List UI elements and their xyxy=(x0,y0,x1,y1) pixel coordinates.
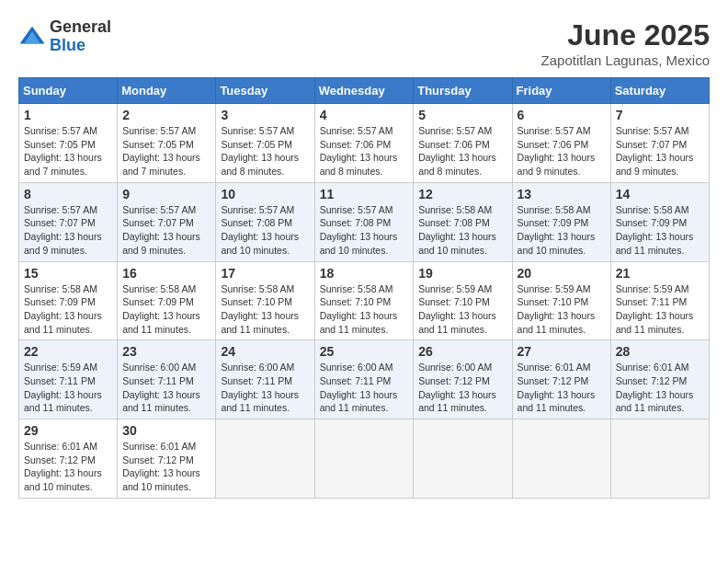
day-number: 3 xyxy=(221,108,309,122)
location: Zapotitlan Lagunas, Mexico xyxy=(541,52,710,68)
logo-general: General xyxy=(50,18,111,37)
calendar-cell: 30Sunrise: 6:01 AMSunset: 7:12 PMDayligh… xyxy=(118,419,216,499)
day-info: Sunrise: 5:58 AMSunset: 7:09 PMDaylight:… xyxy=(518,203,606,258)
day-number: 25 xyxy=(320,344,409,359)
calendar-week-2: 8Sunrise: 5:57 AMSunset: 7:07 PMDaylight… xyxy=(19,182,710,261)
day-info: Sunrise: 6:01 AMSunset: 7:12 PMDaylight:… xyxy=(24,440,112,494)
calendar-header-row: SundayMondayTuesdayWednesdayThursdayFrid… xyxy=(19,78,710,104)
logo-icon xyxy=(18,23,46,51)
calendar-cell: 25Sunrise: 6:00 AMSunset: 7:11 PMDayligh… xyxy=(314,340,414,419)
day-number: 10 xyxy=(221,187,309,201)
calendar-cell: 20Sunrise: 5:59 AMSunset: 7:10 PMDayligh… xyxy=(512,261,610,340)
day-info: Sunrise: 5:57 AMSunset: 7:07 PMDaylight:… xyxy=(24,203,112,258)
day-info: Sunrise: 5:58 AMSunset: 7:10 PMDaylight:… xyxy=(221,282,309,337)
day-info: Sunrise: 5:57 AMSunset: 7:06 PMDaylight:… xyxy=(518,124,606,178)
calendar-cell: 21Sunrise: 5:59 AMSunset: 7:11 PMDayligh… xyxy=(610,261,709,340)
day-info: Sunrise: 5:57 AMSunset: 7:05 PMDaylight:… xyxy=(24,124,112,178)
header-wednesday: Wednesday xyxy=(314,78,414,104)
calendar-cell: 13Sunrise: 5:58 AMSunset: 7:09 PMDayligh… xyxy=(512,182,610,261)
day-number: 23 xyxy=(122,344,210,359)
day-info: Sunrise: 5:57 AMSunset: 7:08 PMDaylight:… xyxy=(221,203,309,258)
day-info: Sunrise: 5:57 AMSunset: 7:05 PMDaylight:… xyxy=(221,124,309,178)
day-number: 27 xyxy=(518,344,606,359)
day-info: Sunrise: 5:58 AMSunset: 7:09 PMDaylight:… xyxy=(24,282,112,337)
day-number: 15 xyxy=(24,266,112,281)
day-number: 9 xyxy=(122,187,210,201)
header-tuesday: Tuesday xyxy=(216,78,314,104)
day-number: 19 xyxy=(418,266,506,281)
day-number: 13 xyxy=(518,187,606,201)
calendar-cell: 15Sunrise: 5:58 AMSunset: 7:09 PMDayligh… xyxy=(19,261,118,340)
day-number: 2 xyxy=(122,108,210,122)
month-title: June 2025 xyxy=(541,18,710,52)
calendar-cell: 12Sunrise: 5:58 AMSunset: 7:08 PMDayligh… xyxy=(414,182,512,261)
day-number: 14 xyxy=(616,187,704,201)
day-number: 24 xyxy=(221,344,309,359)
day-info: Sunrise: 5:57 AMSunset: 7:07 PMDaylight:… xyxy=(122,203,210,258)
day-info: Sunrise: 6:00 AMSunset: 7:12 PMDaylight:… xyxy=(418,361,506,415)
calendar-cell: 3Sunrise: 5:57 AMSunset: 7:05 PMDaylight… xyxy=(216,104,314,183)
day-info: Sunrise: 5:57 AMSunset: 7:08 PMDaylight:… xyxy=(320,203,409,258)
day-info: Sunrise: 6:01 AMSunset: 7:12 PMDaylight:… xyxy=(518,361,606,415)
day-number: 6 xyxy=(518,108,606,122)
day-info: Sunrise: 5:59 AMSunset: 7:11 PMDaylight:… xyxy=(24,361,112,415)
day-info: Sunrise: 6:00 AMSunset: 7:11 PMDaylight:… xyxy=(221,361,309,415)
calendar-cell: 5Sunrise: 5:57 AMSunset: 7:06 PMDaylight… xyxy=(414,104,512,183)
logo: General Blue xyxy=(18,18,111,55)
day-info: Sunrise: 6:00 AMSunset: 7:11 PMDaylight:… xyxy=(122,361,210,415)
calendar-cell: 11Sunrise: 5:57 AMSunset: 7:08 PMDayligh… xyxy=(314,182,414,261)
calendar-cell: 16Sunrise: 5:58 AMSunset: 7:09 PMDayligh… xyxy=(118,261,216,340)
day-number: 26 xyxy=(418,344,506,359)
day-info: Sunrise: 5:57 AMSunset: 7:05 PMDaylight:… xyxy=(122,124,210,178)
calendar-cell: 18Sunrise: 5:58 AMSunset: 7:10 PMDayligh… xyxy=(314,261,414,340)
day-info: Sunrise: 6:01 AMSunset: 7:12 PMDaylight:… xyxy=(122,440,210,494)
day-info: Sunrise: 5:58 AMSunset: 7:10 PMDaylight:… xyxy=(320,282,409,337)
day-number: 20 xyxy=(518,266,606,281)
day-info: Sunrise: 5:57 AMSunset: 7:06 PMDaylight:… xyxy=(320,124,409,178)
calendar-cell: 2Sunrise: 5:57 AMSunset: 7:05 PMDaylight… xyxy=(118,104,216,183)
calendar-week-5: 29Sunrise: 6:01 AMSunset: 7:12 PMDayligh… xyxy=(19,419,710,499)
header-monday: Monday xyxy=(118,78,216,104)
calendar-cell: 28Sunrise: 6:01 AMSunset: 7:12 PMDayligh… xyxy=(610,340,709,419)
day-number: 12 xyxy=(418,187,506,201)
day-info: Sunrise: 5:59 AMSunset: 7:11 PMDaylight:… xyxy=(616,282,704,337)
day-number: 1 xyxy=(24,108,112,122)
calendar-table: SundayMondayTuesdayWednesdayThursdayFrid… xyxy=(18,77,710,499)
day-number: 8 xyxy=(24,187,112,201)
day-info: Sunrise: 5:58 AMSunset: 7:08 PMDaylight:… xyxy=(418,203,506,258)
day-number: 16 xyxy=(122,266,210,281)
calendar-week-1: 1Sunrise: 5:57 AMSunset: 7:05 PMDaylight… xyxy=(19,104,710,183)
calendar-cell: 7Sunrise: 5:57 AMSunset: 7:07 PMDaylight… xyxy=(610,104,709,183)
day-info: Sunrise: 6:01 AMSunset: 7:12 PMDaylight:… xyxy=(616,361,704,415)
calendar-cell: 24Sunrise: 6:00 AMSunset: 7:11 PMDayligh… xyxy=(216,340,314,419)
calendar-cell: 19Sunrise: 5:59 AMSunset: 7:10 PMDayligh… xyxy=(414,261,512,340)
calendar-cell: 23Sunrise: 6:00 AMSunset: 7:11 PMDayligh… xyxy=(118,340,216,419)
day-info: Sunrise: 6:00 AMSunset: 7:11 PMDaylight:… xyxy=(320,361,409,415)
day-info: Sunrise: 5:57 AMSunset: 7:07 PMDaylight:… xyxy=(616,124,704,178)
calendar-cell xyxy=(512,419,610,499)
day-number: 22 xyxy=(24,344,112,359)
calendar-cell: 27Sunrise: 6:01 AMSunset: 7:12 PMDayligh… xyxy=(512,340,610,419)
day-info: Sunrise: 5:57 AMSunset: 7:06 PMDaylight:… xyxy=(418,124,506,178)
page-header: General Blue June 2025 Zapotitlan Laguna… xyxy=(18,18,710,68)
calendar-cell: 10Sunrise: 5:57 AMSunset: 7:08 PMDayligh… xyxy=(216,182,314,261)
calendar-cell: 6Sunrise: 5:57 AMSunset: 7:06 PMDaylight… xyxy=(512,104,610,183)
calendar-cell xyxy=(314,419,414,499)
header-sunday: Sunday xyxy=(19,78,118,104)
day-info: Sunrise: 5:58 AMSunset: 7:09 PMDaylight:… xyxy=(122,282,210,337)
calendar-cell: 22Sunrise: 5:59 AMSunset: 7:11 PMDayligh… xyxy=(19,340,118,419)
calendar-cell: 17Sunrise: 5:58 AMSunset: 7:10 PMDayligh… xyxy=(216,261,314,340)
day-number: 5 xyxy=(418,108,506,122)
day-number: 7 xyxy=(616,108,704,122)
header-saturday: Saturday xyxy=(610,78,709,104)
day-number: 28 xyxy=(616,344,704,359)
logo-blue: Blue xyxy=(50,37,111,55)
day-number: 4 xyxy=(320,108,409,122)
day-number: 17 xyxy=(221,266,309,281)
header-thursday: Thursday xyxy=(414,78,512,104)
day-number: 21 xyxy=(616,266,704,281)
title-block: June 2025 Zapotitlan Lagunas, Mexico xyxy=(541,18,710,68)
calendar-cell: 29Sunrise: 6:01 AMSunset: 7:12 PMDayligh… xyxy=(19,419,118,499)
day-number: 30 xyxy=(122,423,210,438)
calendar-cell: 1Sunrise: 5:57 AMSunset: 7:05 PMDaylight… xyxy=(19,104,118,183)
